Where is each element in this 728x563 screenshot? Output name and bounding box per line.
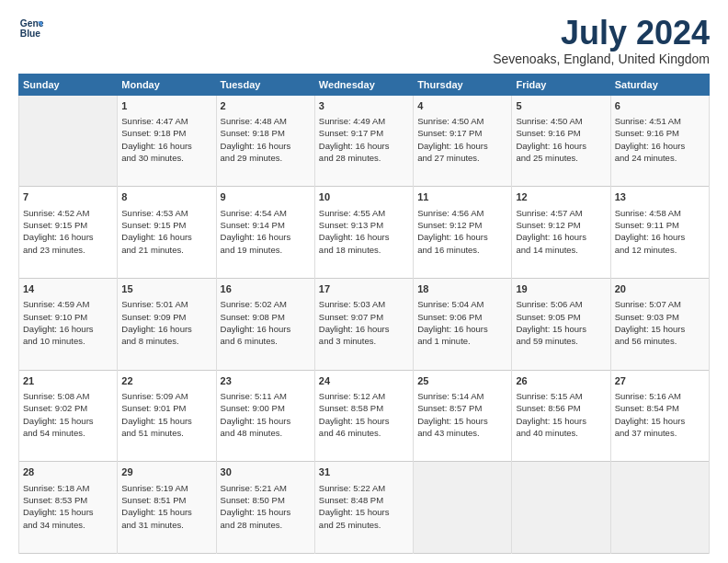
calendar-cell: 27Sunrise: 5:16 AMSunset: 8:54 PMDayligh… — [610, 370, 709, 462]
calendar-cell: 24Sunrise: 5:12 AMSunset: 8:58 PMDayligh… — [314, 370, 413, 462]
calendar-cell: 13Sunrise: 4:58 AMSunset: 9:11 PMDayligh… — [610, 187, 709, 279]
calendar-cell: 15Sunrise: 5:01 AMSunset: 9:09 PMDayligh… — [118, 278, 216, 370]
calendar-page: General Blue General Blue July 2024 Seve… — [0, 0, 728, 563]
calendar-cell: 8Sunrise: 4:53 AMSunset: 9:15 PMDaylight… — [118, 187, 216, 279]
calendar-cell: 14Sunrise: 4:59 AMSunset: 9:10 PMDayligh… — [19, 278, 118, 370]
calendar-cell: 2Sunrise: 4:48 AMSunset: 9:18 PMDaylight… — [216, 95, 314, 187]
svg-text:Blue: Blue — [20, 29, 41, 39]
calendar-cell: 12Sunrise: 4:57 AMSunset: 9:12 PMDayligh… — [512, 187, 610, 279]
calendar-cell: 7Sunrise: 4:52 AMSunset: 9:15 PMDaylight… — [19, 187, 118, 279]
calendar-cell: 20Sunrise: 5:07 AMSunset: 9:03 PMDayligh… — [610, 278, 709, 370]
week-row-4: 21Sunrise: 5:08 AMSunset: 9:02 PMDayligh… — [19, 370, 710, 462]
calendar-cell: 17Sunrise: 5:03 AMSunset: 9:07 PMDayligh… — [314, 278, 413, 370]
calendar-cell: 3Sunrise: 4:49 AMSunset: 9:17 PMDaylight… — [314, 95, 413, 187]
calendar-cell — [19, 95, 118, 187]
week-row-1: 1Sunrise: 4:47 AMSunset: 9:18 PMDaylight… — [19, 95, 710, 187]
calendar-cell: 25Sunrise: 5:14 AMSunset: 8:57 PMDayligh… — [414, 370, 512, 462]
calendar-cell: 26Sunrise: 5:15 AMSunset: 8:56 PMDayligh… — [512, 370, 610, 462]
calendar-cell: 30Sunrise: 5:21 AMSunset: 8:50 PMDayligh… — [216, 462, 314, 554]
week-row-3: 14Sunrise: 4:59 AMSunset: 9:10 PMDayligh… — [19, 278, 710, 370]
col-header-tuesday: Tuesday — [216, 74, 314, 95]
calendar-table: SundayMondayTuesdayWednesdayThursdayFrid… — [18, 74, 710, 554]
week-row-5: 28Sunrise: 5:18 AMSunset: 8:53 PMDayligh… — [19, 462, 710, 554]
col-header-monday: Monday — [118, 74, 216, 95]
col-header-wednesday: Wednesday — [314, 74, 413, 95]
calendar-cell — [414, 462, 512, 554]
calendar-cell: 9Sunrise: 4:54 AMSunset: 9:14 PMDaylight… — [216, 187, 314, 279]
logo-icon: General Blue — [18, 15, 44, 40]
calendar-cell: 23Sunrise: 5:11 AMSunset: 9:00 PMDayligh… — [216, 370, 314, 462]
header: General Blue General Blue July 2024 Seve… — [18, 15, 710, 66]
calendar-cell: 29Sunrise: 5:19 AMSunset: 8:51 PMDayligh… — [118, 462, 216, 554]
subtitle: Sevenoaks, England, United Kingdom — [493, 52, 710, 66]
logo: General Blue General Blue — [18, 15, 44, 40]
calendar-cell: 1Sunrise: 4:47 AMSunset: 9:18 PMDaylight… — [118, 95, 216, 187]
calendar-cell: 11Sunrise: 4:56 AMSunset: 9:12 PMDayligh… — [414, 187, 512, 279]
calendar-cell — [610, 462, 709, 554]
calendar-cell: 19Sunrise: 5:06 AMSunset: 9:05 PMDayligh… — [512, 278, 610, 370]
calendar-cell: 22Sunrise: 5:09 AMSunset: 9:01 PMDayligh… — [118, 370, 216, 462]
calendar-cell: 5Sunrise: 4:50 AMSunset: 9:16 PMDaylight… — [512, 95, 610, 187]
calendar-cell: 21Sunrise: 5:08 AMSunset: 9:02 PMDayligh… — [19, 370, 118, 462]
calendar-cell — [512, 462, 610, 554]
main-title: July 2024 — [493, 15, 710, 52]
week-row-2: 7Sunrise: 4:52 AMSunset: 9:15 PMDaylight… — [19, 187, 710, 279]
calendar-cell: 10Sunrise: 4:55 AMSunset: 9:13 PMDayligh… — [314, 187, 413, 279]
calendar-cell: 16Sunrise: 5:02 AMSunset: 9:08 PMDayligh… — [216, 278, 314, 370]
col-header-sunday: Sunday — [19, 74, 118, 95]
calendar-cell: 4Sunrise: 4:50 AMSunset: 9:17 PMDaylight… — [414, 95, 512, 187]
calendar-cell: 28Sunrise: 5:18 AMSunset: 8:53 PMDayligh… — [19, 462, 118, 554]
calendar-cell: 31Sunrise: 5:22 AMSunset: 8:48 PMDayligh… — [314, 462, 413, 554]
calendar-cell: 18Sunrise: 5:04 AMSunset: 9:06 PMDayligh… — [414, 278, 512, 370]
header-row: SundayMondayTuesdayWednesdayThursdayFrid… — [19, 74, 710, 95]
col-header-saturday: Saturday — [610, 74, 709, 95]
col-header-friday: Friday — [512, 74, 610, 95]
col-header-thursday: Thursday — [414, 74, 512, 95]
title-block: July 2024 Sevenoaks, England, United Kin… — [493, 15, 710, 66]
calendar-cell: 6Sunrise: 4:51 AMSunset: 9:16 PMDaylight… — [610, 95, 709, 187]
